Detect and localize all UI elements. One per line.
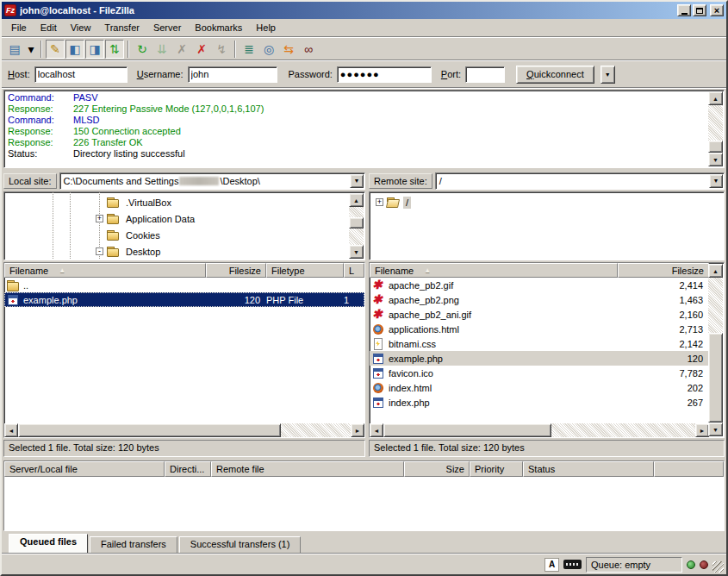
column-header-filetype[interactable]: Filetype bbox=[266, 263, 344, 278]
minimize-button[interactable] bbox=[677, 4, 691, 16]
filter-button[interactable]: ≣ bbox=[240, 40, 258, 59]
menu-item[interactable]: Server bbox=[146, 21, 188, 34]
scrollbar-thumb[interactable] bbox=[349, 217, 364, 229]
column-header-direction[interactable]: Directi... bbox=[165, 461, 211, 477]
file-row[interactable]: apache_pb2.gif 2,414 bbox=[370, 278, 709, 292]
scrollbar-thumb[interactable] bbox=[18, 423, 281, 437]
tree-expander-icon[interactable] bbox=[376, 198, 383, 206]
scroll-down-icon[interactable]: ▼ bbox=[708, 423, 723, 436]
tree-item[interactable]: .VirtualBox bbox=[6, 194, 347, 210]
local-site-combobox[interactable]: C:\Documents and Settings\Desktop\ ▼ bbox=[59, 172, 365, 190]
scroll-up-icon[interactable]: ▲ bbox=[349, 193, 364, 207]
close-button[interactable]: × bbox=[710, 4, 724, 16]
file-row[interactable]: example.php 120 PHP File 1 bbox=[4, 292, 364, 307]
column-header-filesize[interactable]: Filesize bbox=[618, 263, 709, 278]
log-scrollbar[interactable]: ▲ ▼ bbox=[708, 91, 723, 166]
port-input[interactable] bbox=[465, 66, 505, 83]
menu-item[interactable]: Help bbox=[249, 21, 283, 34]
file-row[interactable]: apache_pb2.png 1,463 bbox=[370, 292, 709, 307]
activity-led-red bbox=[700, 560, 708, 569]
scroll-up-icon[interactable]: ▲ bbox=[708, 264, 723, 278]
filezilla-icon: Fz bbox=[4, 4, 16, 16]
column-header-priority[interactable]: Priority bbox=[470, 461, 523, 477]
column-header-size[interactable]: Size bbox=[404, 461, 470, 477]
column-header-filename[interactable]: Filename▲ bbox=[370, 263, 618, 278]
remote-list-hscrollbar[interactable]: ◄ ► bbox=[370, 423, 709, 437]
scrollbar-thumb[interactable] bbox=[708, 333, 723, 423]
remote-site-combobox[interactable]: / ▼ bbox=[435, 172, 725, 190]
menu-item[interactable]: View bbox=[64, 21, 98, 34]
tree-panes: Local site: C:\Documents and Settings\De… bbox=[2, 172, 726, 260]
menu-item[interactable]: Edit bbox=[34, 21, 64, 34]
sort-asc-icon: ▲ bbox=[59, 266, 65, 274]
column-header-filename[interactable]: Filename▲ bbox=[4, 263, 206, 278]
host-input[interactable] bbox=[34, 66, 128, 83]
column-header-server-local-file[interactable]: Server/Local file bbox=[4, 461, 165, 477]
find-button[interactable]: ∞ bbox=[299, 40, 318, 59]
tree-expander-icon[interactable] bbox=[96, 247, 103, 255]
file-row[interactable]: example.php 120 bbox=[370, 351, 709, 366]
toggle-remote-tree-button[interactable]: ◨ bbox=[85, 40, 104, 59]
resize-grip[interactable] bbox=[712, 561, 724, 573]
tree-item[interactable]: Cookies bbox=[6, 227, 347, 243]
speed-limit-icon[interactable] bbox=[563, 560, 582, 569]
tab-successful-transfers[interactable]: Successful transfers (1) bbox=[179, 536, 302, 553]
scroll-up-icon[interactable]: ▲ bbox=[708, 91, 723, 105]
scroll-down-icon[interactable]: ▼ bbox=[349, 245, 364, 259]
maximize-button[interactable] bbox=[693, 4, 706, 16]
scroll-left-icon[interactable]: ◄ bbox=[370, 423, 383, 437]
cancel-operation-button[interactable]: ✗ bbox=[172, 40, 191, 59]
toggle-local-tree-button[interactable]: ◧ bbox=[65, 40, 84, 59]
local-list-hscrollbar[interactable]: ◄ ► bbox=[4, 423, 364, 437]
file-row[interactable]: index.html 202 bbox=[370, 380, 709, 395]
file-row[interactable]: bitnami.css 2,142 bbox=[370, 336, 709, 351]
tree-expander-icon[interactable] bbox=[96, 215, 103, 222]
toggle-queue-button[interactable]: ⇅ bbox=[105, 40, 124, 59]
menu-item[interactable]: File bbox=[4, 21, 34, 34]
local-tree-scrollbar[interactable]: ▲ ▼ bbox=[349, 193, 364, 259]
file-row[interactable]: favicon.ico 7,782 bbox=[370, 366, 709, 380]
column-header-remote-file[interactable]: Remote file bbox=[211, 461, 404, 477]
remote-list-vscrollbar[interactable]: ▲ ▼ bbox=[708, 264, 723, 436]
file-row[interactable]: index.php 267 bbox=[370, 395, 709, 410]
scrollbar-thumb[interactable] bbox=[708, 141, 723, 153]
column-header-status[interactable]: Status bbox=[523, 461, 654, 477]
file-row[interactable]: applications.html 2,713 bbox=[370, 322, 709, 336]
username-input[interactable] bbox=[188, 66, 277, 83]
scroll-down-icon[interactable]: ▼ bbox=[708, 153, 723, 166]
compare-button[interactable]: ◎ bbox=[259, 40, 278, 59]
tab-queued-files[interactable]: Queued files bbox=[9, 534, 88, 553]
column-header-lastmodified[interactable]: L bbox=[344, 263, 364, 278]
toggle-log-button[interactable]: ✎ bbox=[46, 40, 65, 59]
log-line-label: Response: bbox=[8, 103, 73, 115]
tree-item[interactable]: Application Data bbox=[6, 210, 347, 227]
sync-browse-button[interactable]: ⇆ bbox=[279, 40, 298, 59]
combo-dropdown-icon[interactable]: ▼ bbox=[709, 174, 723, 188]
menu-item[interactable]: Transfer bbox=[97, 21, 146, 34]
refresh-button[interactable]: ↻ bbox=[133, 40, 152, 59]
scrollbar-thumb[interactable] bbox=[383, 423, 551, 437]
disconnect-button[interactable]: ✗ bbox=[192, 40, 211, 59]
file-row[interactable]: .. bbox=[4, 278, 364, 292]
site-manager-dropdown[interactable]: ▾ bbox=[25, 40, 37, 59]
tab-failed-transfers[interactable]: Failed transfers bbox=[90, 536, 177, 553]
site-manager-button[interactable]: ▤ bbox=[5, 40, 24, 59]
combo-dropdown-icon[interactable]: ▼ bbox=[350, 174, 364, 188]
password-input[interactable] bbox=[337, 66, 432, 83]
file-row[interactable]: apache_pb2_ani.gif 2,160 bbox=[370, 307, 709, 322]
scroll-right-icon[interactable]: ► bbox=[351, 423, 364, 437]
local-selection-status: Selected 1 file. Total size: 120 bytes bbox=[3, 440, 365, 457]
quickconnect-bar: Host: Username: Password: Port: Quickcon… bbox=[2, 61, 726, 87]
menu-item[interactable]: Bookmarks bbox=[188, 21, 249, 34]
scroll-left-icon[interactable]: ◄ bbox=[4, 423, 18, 437]
quickconnect-dropdown[interactable]: ▼ bbox=[600, 66, 615, 84]
scroll-right-icon[interactable]: ► bbox=[695, 423, 709, 437]
divider bbox=[2, 87, 726, 89]
quickconnect-button[interactable]: Quickconnect bbox=[516, 66, 594, 84]
tree-item[interactable]: / bbox=[371, 194, 706, 210]
process-queue-button[interactable]: ⇊ bbox=[152, 40, 171, 59]
file-size: 2,142 bbox=[618, 339, 709, 349]
column-header-filesize[interactable]: Filesize bbox=[206, 263, 266, 278]
reconnect-button[interactable]: ↯ bbox=[212, 40, 231, 59]
tree-item[interactable]: Desktop bbox=[6, 243, 347, 260]
